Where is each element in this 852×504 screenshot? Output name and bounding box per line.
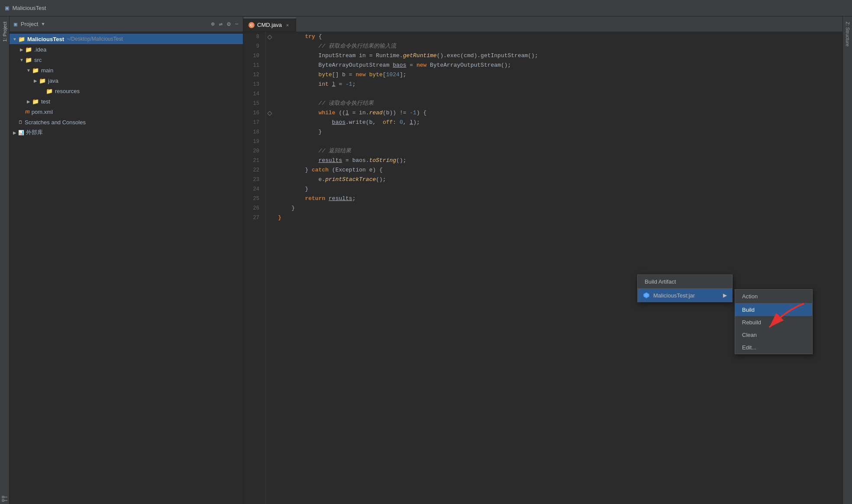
title-bar-icon: ▣ xyxy=(5,4,9,12)
panel-header-actions: ⊕ ⇌ ⚙ − xyxy=(211,20,239,28)
code-line-9: // 获取命令执行结果的输入流 xyxy=(278,42,839,51)
tree-item-idea[interactable]: ▶ 📁 .idea xyxy=(10,44,243,55)
tab-label-cmd-java: CMD.java xyxy=(257,22,282,28)
gutter-marker-16 xyxy=(268,111,272,116)
line-numbers: 8 9 10 11 12 13 14 15 16 17 18 19 20 21 … xyxy=(243,32,266,504)
title-bar-title: MaliciousTest xyxy=(12,5,46,11)
svg-rect-1 xyxy=(2,500,4,501)
code-line-26: } xyxy=(278,204,839,213)
tree-arrow-java[interactable]: ▶ xyxy=(32,78,39,83)
tree-arrow[interactable]: ▼ xyxy=(11,37,18,42)
tree-label-resources: resources xyxy=(55,88,80,94)
code-line-16: while ((l = in.read(b)) != -1) { xyxy=(278,108,839,118)
code-line-24: } xyxy=(278,184,839,194)
structure-bottom-icon xyxy=(1,495,8,502)
minus-icon[interactable]: − xyxy=(235,21,239,28)
tree-arrow-src[interactable]: ▼ xyxy=(18,58,25,62)
tree-item-pom[interactable]: ▶ m pom.xml xyxy=(10,107,243,117)
tree-item-scratches[interactable]: ▶ 🗒 Scratches and Consoles xyxy=(10,117,243,127)
malicious-jar-label: MaliciousTest:jar xyxy=(653,292,695,299)
right-side-tabs: Z: Structure xyxy=(842,16,852,504)
tree-item-resources[interactable]: ▶ 📁 resources xyxy=(10,86,243,96)
tree-item-test[interactable]: ▶ 📁 test xyxy=(10,96,243,107)
gutter-marker-8 xyxy=(268,35,272,39)
code-line-23: e.printStackTrace(); xyxy=(278,175,839,184)
folder-icon-idea: 📁 xyxy=(25,46,32,53)
tree-label-java: java xyxy=(48,78,58,84)
tree-label-idea: .idea xyxy=(34,46,46,53)
tree-arrow-idea[interactable]: ▶ xyxy=(18,47,25,52)
code-line-14 xyxy=(278,89,839,99)
artifact-gem-icon xyxy=(643,292,650,299)
code-line-8: try { xyxy=(278,32,839,42)
panel-header-arrow[interactable]: ▼ xyxy=(42,22,45,27)
svg-rect-0 xyxy=(2,496,4,498)
main-layout: 1: Project ▣ Project ▼ ⊕ ⇌ ⚙ − xyxy=(0,16,852,504)
panel-header: ▣ Project ▼ ⊕ ⇌ ⚙ − xyxy=(10,16,243,32)
project-panel: ▣ Project ▼ ⊕ ⇌ ⚙ − ▼ 📁 MaliciousTest ~/… xyxy=(10,16,243,504)
left-side-tabs: 1: Project xyxy=(0,16,10,504)
code-line-20: // 返回结果 xyxy=(278,146,839,156)
folder-open-icon: 📁 xyxy=(18,36,25,42)
code-line-19 xyxy=(278,137,839,146)
code-line-13: int l = -1; xyxy=(278,80,839,89)
gutter xyxy=(266,32,274,504)
code-line-17: baos.write(b, off: 0, l); xyxy=(278,118,839,127)
tab-cmd-java[interactable]: C CMD.java × xyxy=(243,18,296,32)
action-submenu[interactable]: Action Build Rebuild Clean Edit... xyxy=(735,289,813,354)
file-tree: ▼ 📁 MaliciousTest ~/Desktop/MaliciousTes… xyxy=(10,32,243,504)
folder-icon-test: 📁 xyxy=(32,98,39,105)
tree-item-malicious-test[interactable]: ▼ 📁 MaliciousTest ~/Desktop/MaliciousTes… xyxy=(10,34,243,44)
gear-icon[interactable]: ⚙ xyxy=(227,20,230,28)
build-artifact-menu[interactable]: Build Artifact MaliciousTest:jar ▶ xyxy=(637,275,733,302)
action-submenu-header: Action xyxy=(735,290,812,304)
action-clean-item[interactable]: Clean xyxy=(735,329,812,341)
title-bar: ▣ MaliciousTest xyxy=(0,0,852,16)
tree-label-src: src xyxy=(34,57,42,63)
tree-arrow-main[interactable]: ▼ xyxy=(25,68,32,73)
scratches-icon: 🗒 xyxy=(18,120,23,125)
action-edit-item[interactable]: Edit... xyxy=(735,341,812,354)
globe-icon[interactable]: ⊕ xyxy=(211,20,214,28)
sliders-icon[interactable]: ⇌ xyxy=(219,20,223,28)
code-line-21: results = baos.toString(); xyxy=(278,156,839,165)
code-content[interactable]: try { // 获取命令执行结果的输入流 InputStream in = R… xyxy=(274,32,842,504)
code-line-25: return results; xyxy=(278,194,839,204)
code-line-10: InputStream in = Runtime.getRuntime().ex… xyxy=(278,51,839,61)
panel-title: Project xyxy=(21,21,38,27)
folder-icon-main: 📁 xyxy=(32,67,39,74)
submenu-arrow-icon: ▶ xyxy=(723,292,727,298)
tree-item-java[interactable]: ▶ 📁 java xyxy=(10,75,243,86)
tree-arrow-external[interactable]: ▶ xyxy=(11,130,18,135)
code-line-27: } xyxy=(278,213,839,223)
code-line-11: ByteArrayOutputStream baos = new ByteArr… xyxy=(278,61,839,70)
action-rebuild-item[interactable]: Rebuild xyxy=(735,316,812,329)
folder-icon-resources: 📁 xyxy=(46,88,53,94)
tree-label-test: test xyxy=(41,98,50,105)
action-build-item[interactable]: Build xyxy=(735,304,812,316)
folder-icon: ▣ xyxy=(14,21,17,28)
tree-path-malicious-test: ~/Desktop/MaliciousTest xyxy=(67,36,123,42)
code-line-12: byte[] b = new byte[1024]; xyxy=(278,70,839,80)
java-c-icon: C xyxy=(248,22,255,28)
tree-item-external[interactable]: ▶ 📊 外部库 xyxy=(10,127,243,138)
sidebar-item-structure[interactable]: Z: Structure xyxy=(844,18,851,50)
tab-close-cmd-java[interactable]: × xyxy=(284,22,290,28)
tree-item-main[interactable]: ▼ 📁 main xyxy=(10,65,243,75)
code-line-15: // 读取命令执行结果 xyxy=(278,99,839,108)
tree-label-pom: pom.xml xyxy=(32,109,53,115)
tab-bar: C CMD.java × xyxy=(243,16,842,32)
tree-label-malicious-test: MaliciousTest xyxy=(27,36,64,42)
code-line-18: } xyxy=(278,127,839,137)
folder-icon-java: 📁 xyxy=(39,78,46,84)
build-artifact-header: Build Artifact xyxy=(638,275,732,289)
sidebar-item-project[interactable]: 1: Project xyxy=(1,18,8,45)
tree-item-src[interactable]: ▼ 📁 src xyxy=(10,55,243,65)
tree-arrow-test[interactable]: ▶ xyxy=(25,99,32,104)
tree-label-main: main xyxy=(41,67,53,74)
maven-icon: m xyxy=(25,109,30,115)
code-line-22: } catch (Exception e) { xyxy=(278,165,839,175)
tree-label-scratches: Scratches and Consoles xyxy=(25,119,86,126)
tree-label-external: 外部库 xyxy=(26,129,43,136)
malicious-jar-item[interactable]: MaliciousTest:jar ▶ xyxy=(638,289,732,302)
